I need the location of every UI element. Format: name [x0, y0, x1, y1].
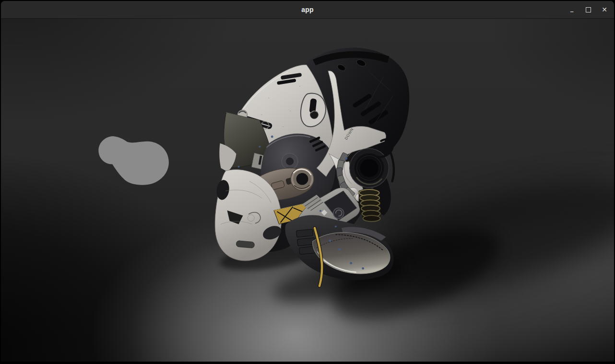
minimize-button[interactable]: – [566, 2, 578, 17]
maximize-button[interactable] [582, 4, 594, 15]
keyhole-circle [310, 111, 318, 119]
app-window: app – ✕ [0, 0, 615, 364]
visor-port-center [286, 158, 294, 165]
window-controls: – ✕ [566, 1, 610, 18]
coil-spring [359, 188, 381, 222]
close-button[interactable]: ✕ [599, 4, 610, 15]
light-gizmo-blob[interactable] [98, 136, 169, 185]
viewport-3d[interactable]: DOWN [1, 19, 614, 363]
window-title: app [301, 6, 314, 13]
maximize-icon [586, 7, 591, 12]
scene-canvas: DOWN [1, 19, 614, 362]
titlebar[interactable]: app – ✕ [1, 1, 614, 19]
helmet-model[interactable]: DOWN [215, 47, 409, 286]
ear-ring [350, 149, 389, 188]
